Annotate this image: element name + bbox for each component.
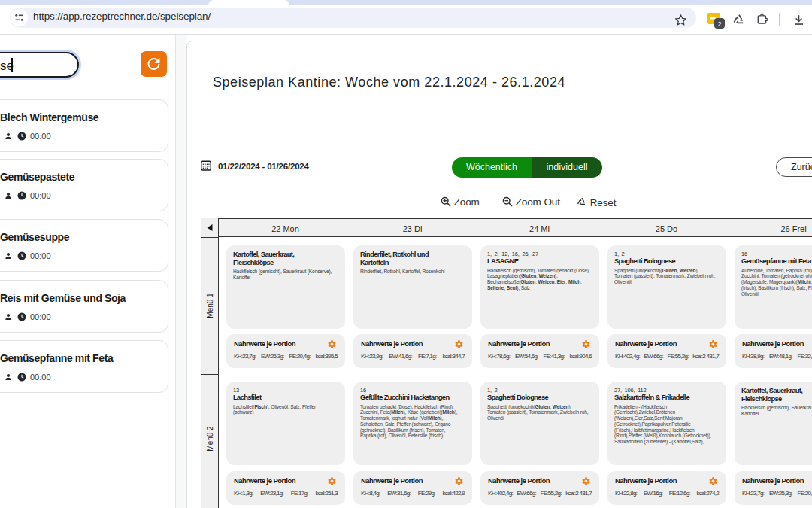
svg-text:2: 2 bbox=[717, 20, 721, 28]
